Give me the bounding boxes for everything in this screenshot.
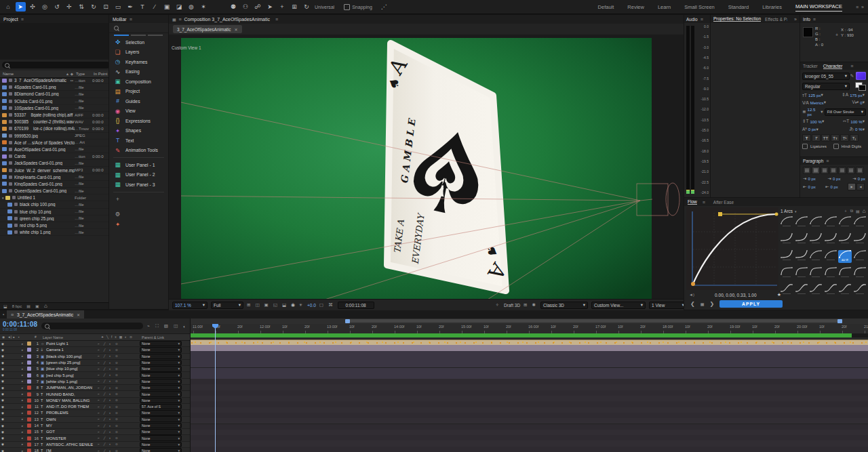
- layer-switches[interactable]: ⌐╱◐⊙: [98, 379, 140, 383]
- layer-visibility-icon[interactable]: ◉: [0, 417, 5, 421]
- comp-mini-flowchart-icon[interactable]: ⌁: [147, 323, 150, 329]
- clone-stamp-tool-icon[interactable]: ▣: [162, 2, 172, 12]
- kerning-value[interactable]: Metrics: [810, 100, 824, 105]
- time-ruler[interactable]: 11:00f10f20f12:00f10f20f13:00f10f20f14:0…: [191, 324, 868, 334]
- ease-preset[interactable]: [780, 250, 793, 263]
- parent-link-dropdown[interactable]: None▾: [140, 416, 182, 422]
- preset-menu-button[interactable]: ▦: [701, 302, 705, 306]
- snapping-label[interactable]: Snapping: [352, 5, 372, 9]
- close-icon[interactable]: ✕: [235, 27, 238, 32]
- channels-icon[interactable]: ◉: [291, 302, 295, 308]
- layer-row[interactable]: ◉▸18TI'M⌐╱◐⊙None▾: [0, 448, 190, 452]
- parent-link-dropdown[interactable]: None▾: [140, 435, 182, 441]
- grid-guides-icon[interactable]: ⊞: [247, 302, 250, 308]
- project-item[interactable]: black chip 100.png…file: [0, 201, 108, 208]
- project-item[interactable]: red chip 5.png…file: [0, 222, 108, 229]
- horizontal-scale-value[interactable]: 100 %: [850, 119, 863, 124]
- layer-row[interactable]: ◉▸11TAND IT..DO FOR THEM⌐╱◐⊙57. Ace of S…: [0, 404, 190, 410]
- ease-preset[interactable]: [780, 216, 793, 229]
- tab-flow[interactable]: Flow: [688, 199, 697, 205]
- layer-row[interactable]: ◉▸9THUNNID BAND,⌐╱◐⊙None▾: [0, 391, 190, 397]
- tab-paragraph[interactable]: Paragraph: [803, 159, 823, 163]
- ease-preset[interactable]: [853, 216, 867, 229]
- next-preset-button[interactable]: ❯: [709, 301, 714, 307]
- zoom-tool-icon[interactable]: ◎: [40, 2, 50, 12]
- apply-button[interactable]: APPLY: [719, 300, 783, 308]
- mobar-item-expressions[interactable]: {}Expressions: [109, 116, 168, 126]
- ease-preset[interactable]: [795, 250, 808, 263]
- layer-switches[interactable]: ⌐╱◐⊙: [98, 361, 140, 365]
- layer-name[interactable]: HUNNID BAND,: [46, 392, 98, 396]
- expand-icon[interactable]: ⋰: [379, 2, 389, 12]
- mobar-panel-menu-icon[interactable]: ≡: [130, 17, 132, 22]
- mobar-item-layers[interactable]: ❏Layers: [109, 47, 168, 58]
- layer-row[interactable]: ◉▸5▣[blue chip 10.png]⌐╱◐⊙None▾: [0, 366, 190, 372]
- layer-color-swatch[interactable]: [27, 392, 31, 396]
- current-time-display[interactable]: 0:00:11:08: [3, 321, 37, 328]
- layer-color-swatch[interactable]: [27, 354, 31, 358]
- work-area-end-handle[interactable]: [837, 319, 842, 323]
- paste-preset-icon[interactable]: ▤: [856, 209, 860, 213]
- layer-color-swatch[interactable]: [27, 443, 31, 447]
- home-icon[interactable]: ⌂: [3, 2, 14, 12]
- project-item[interactable]: KingHearts-Card-01.png…file: [0, 174, 108, 181]
- column-name[interactable]: Name: [3, 72, 66, 76]
- parent-link-dropdown[interactable]: None▾: [140, 385, 182, 391]
- copy-preset-icon[interactable]: ⧉: [850, 209, 853, 213]
- label-color-swatch[interactable]: [9, 113, 12, 117]
- pen-tool-icon[interactable]: ✒: [125, 2, 136, 12]
- eyedropper-icon[interactable]: ✎: [850, 73, 854, 79]
- mobar-item-selection[interactable]: ✜Selection: [109, 37, 168, 47]
- layer-duration-bar[interactable]: [191, 447, 868, 452]
- layer-row[interactable]: ◉▸4▣[green chip 25.png]⌐╱◐⊙None▾: [0, 360, 190, 366]
- parent-link-dropdown[interactable]: None▾: [140, 391, 182, 397]
- layer-switches[interactable]: ⌐╱◐⊙: [98, 411, 140, 415]
- layer-row[interactable]: ◉▸3▣[black chip 100.png]⌐╱◐⊙None▾: [0, 354, 190, 360]
- layer-row[interactable]: ◉▸17TANTISOC..ATHIC SENILE⌐╱◐⊙None▾: [0, 442, 190, 448]
- layer-expander-icon[interactable]: ▸: [22, 417, 27, 421]
- layer-switches[interactable]: ⌐╱◐⊙: [98, 392, 140, 396]
- mobar-search-input[interactable]: [109, 23, 168, 33]
- mobar-item-guides[interactable]: #Guides: [109, 96, 168, 106]
- layer-name[interactable]: OWN: [46, 417, 98, 422]
- superscript-button[interactable]: T¹: [840, 134, 849, 142]
- project-item[interactable]: 10Spades Card-01.png…file: [0, 105, 108, 112]
- hand-tool-icon[interactable]: ✣: [28, 2, 38, 12]
- paragraph-align-button-2[interactable]: [812, 167, 820, 174]
- add-tool-icon[interactable]: +: [277, 2, 288, 12]
- faux-italic-button[interactable]: T: [812, 134, 821, 142]
- layer-expander-icon[interactable]: ▸: [22, 361, 27, 365]
- layer-visibility-icon[interactable]: ◉: [0, 342, 5, 346]
- layer-switches[interactable]: ⌐╱◐⊙: [98, 373, 140, 377]
- sort-icon[interactable]: ▲ ◆: [66, 72, 73, 76]
- baseline-shift-value[interactable]: 0 px: [808, 127, 816, 131]
- layer-name[interactable]: MY: [46, 424, 98, 428]
- rectangle-tool-icon[interactable]: ▭: [113, 2, 123, 12]
- layer-color-swatch[interactable]: [27, 379, 31, 384]
- parent-link-dropdown[interactable]: None▾: [140, 366, 182, 372]
- layer-visibility-icon[interactable]: ◉: [0, 411, 5, 415]
- ease-preset[interactable]: [809, 284, 823, 297]
- parent-link-dropdown[interactable]: None▾: [140, 354, 182, 360]
- label-color-swatch[interactable]: [14, 217, 18, 220]
- workspace-default[interactable]: Default: [598, 3, 614, 12]
- tab-mobar[interactable]: MoBar: [113, 17, 127, 22]
- ease-preset[interactable]: [838, 233, 852, 246]
- layer-color-swatch[interactable]: [27, 348, 31, 352]
- ground-plane-icon[interactable]: ⊞: [524, 302, 527, 308]
- paragraph-align-button-6[interactable]: [847, 167, 855, 174]
- label-color-swatch[interactable]: [9, 182, 12, 186]
- timeline-tab[interactable]: ⧈ 3_7_AceOfSpadesAnimatic ✕: [7, 310, 84, 319]
- layer-expander-icon[interactable]: ▸: [22, 379, 27, 383]
- workspace-main-workspace[interactable]: MAIN WORKSPACE: [795, 2, 842, 12]
- tab-composition[interactable]: Composition 3_7_AceOfSpadesAnimatic: [184, 17, 270, 22]
- layer-color-swatch[interactable]: [27, 449, 31, 452]
- layer-row[interactable]: ◉▸1☼Point Light 1⌐╱◐⊙None▾: [0, 341, 190, 347]
- project-item[interactable]: 8Diamond Card-01.png…file: [0, 91, 108, 98]
- parent-link-dropdown[interactable]: None▾: [140, 410, 182, 416]
- mobar-tab-indicator[interactable]: [148, 35, 163, 36]
- layer-switches[interactable]: ⌐╱◐⊙: [98, 436, 140, 440]
- rotation-tool-icon[interactable]: ↻: [89, 2, 99, 12]
- label-color-swatch[interactable]: [9, 92, 12, 96]
- layer-switches[interactable]: ⌐╱◐⊙: [98, 405, 140, 409]
